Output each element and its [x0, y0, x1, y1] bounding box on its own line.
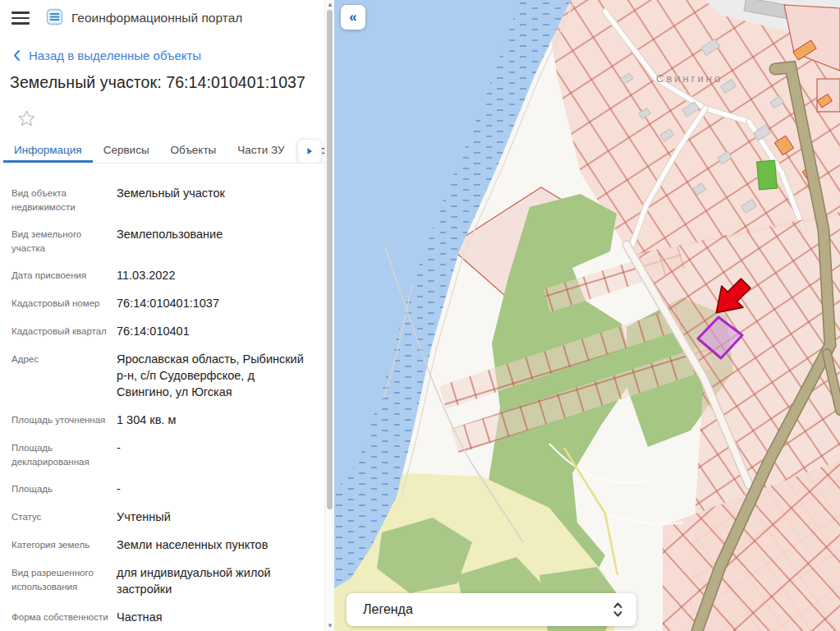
attribute-row: Категория земельЗемли населенных пунктов: [11, 537, 313, 553]
field-value: Землепользование: [117, 226, 313, 256]
triangle-right-icon: [306, 147, 313, 155]
field-label: Кадастровый номер: [11, 295, 117, 311]
favorite-star-button[interactable]: [13, 105, 39, 131]
field-value: Частная: [117, 609, 313, 625]
page-title: Земельный участок: 76:14:010401:1037: [10, 73, 313, 92]
field-label: Площадь декларированная: [11, 440, 117, 469]
field-value: -: [117, 481, 313, 497]
back-link-label: Назад в выделенные объекты: [29, 48, 201, 62]
field-value: Учтенный: [117, 509, 313, 525]
map-canvas[interactable]: Свингино: [334, 0, 840, 631]
green-patch: [757, 160, 778, 190]
attribute-row: Кадастровый квартал76:14:010401: [11, 323, 313, 339]
panel-scrollbar[interactable]: ▲ ▼: [324, 0, 334, 631]
attribute-row: Площадь-: [11, 481, 313, 497]
field-value: Земельный участок: [117, 185, 313, 214]
panel-collapse-button[interactable]: «: [341, 5, 365, 30]
attribute-row: Форма собственностиЧастная: [11, 609, 313, 625]
expand-collapse-icon: [613, 601, 623, 619]
field-label: Статус: [11, 509, 117, 525]
field-label: Форма собственности: [11, 609, 117, 625]
attribute-row: Площадь декларированная-: [11, 440, 313, 469]
field-value: Ярославская область, Рыбинский р-н, с/п …: [117, 351, 313, 400]
app-title: Геоинформационный портал: [71, 11, 242, 25]
field-label: Вид разрешенного использования: [11, 564, 117, 597]
tab-parcel-parts[interactable]: Части ЗУ: [227, 136, 295, 163]
tab-bar: Информация Сервисы Объекты Части ЗУ Сост…: [0, 136, 324, 164]
field-label: Вид земельного участка: [11, 226, 117, 256]
field-value: -: [117, 440, 313, 469]
attributes-list: Вид объекта недвижимостиЗемельный участо…: [0, 164, 324, 625]
field-value: Земли населенных пунктов: [117, 537, 313, 553]
info-panel: Геоинформационный портал Назад в выделен…: [0, 0, 324, 631]
attribute-row: Вид земельного участкаЗемлепользование: [11, 226, 313, 256]
field-label: Адрес: [11, 351, 117, 400]
field-label: Вид объекта недвижимости: [11, 185, 117, 214]
app-window: Геоинформационный портал Назад в выделен…: [0, 0, 840, 631]
attribute-row: СтатусУчтенный: [11, 509, 313, 525]
chevron-left-icon: [12, 49, 21, 62]
field-value: 76:14:010401:1037: [117, 295, 313, 311]
field-label: Кадастровый квартал: [11, 323, 117, 339]
field-label: Площадь уточненная: [11, 412, 117, 428]
tab-information[interactable]: Информация: [3, 136, 93, 163]
tab-objects[interactable]: Объекты: [160, 136, 227, 163]
field-label: Площадь: [11, 481, 117, 497]
tabs-scroll-right-button[interactable]: [297, 139, 322, 164]
field-value: 11.03.2022: [117, 267, 313, 283]
attribute-row: Кадастровый номер76:14:010401:1037: [11, 295, 313, 311]
attribute-row: Вид объекта недвижимостиЗемельный участо…: [11, 185, 313, 214]
place-label: Свингино: [656, 72, 723, 85]
back-link[interactable]: Назад в выделенные объекты: [12, 48, 324, 62]
star-icon: [16, 108, 37, 129]
legend-bar[interactable]: Легенда: [347, 593, 636, 626]
scrollbar-thumb[interactable]: [327, 10, 333, 509]
field-value: 76:14:010401: [117, 323, 313, 339]
tab-services[interactable]: Сервисы: [93, 136, 160, 163]
menu-icon[interactable]: [11, 12, 30, 25]
app-logo-icon: [46, 8, 63, 29]
chevrons-left-icon: «: [349, 9, 356, 25]
attribute-row: Дата присвоения11.03.2022: [11, 267, 313, 283]
field-label: Категория земель: [11, 537, 117, 553]
map-viewport[interactable]: Свингино « Легенда: [334, 0, 840, 631]
attribute-row: Вид разрешенного использованиядля индиви…: [11, 564, 313, 597]
top-bar: Геоинформационный портал: [0, 0, 324, 36]
legend-label: Легенда: [363, 602, 413, 617]
field-value: 1 304 кв. м: [117, 412, 313, 428]
attribute-row: АдресЯрославская область, Рыбинский р-н,…: [11, 351, 313, 400]
field-value: для индивидуальной жилой застройки: [117, 564, 313, 597]
attribute-row: Площадь уточненная1 304 кв. м: [11, 412, 313, 428]
field-label: Дата присвоения: [11, 267, 117, 283]
